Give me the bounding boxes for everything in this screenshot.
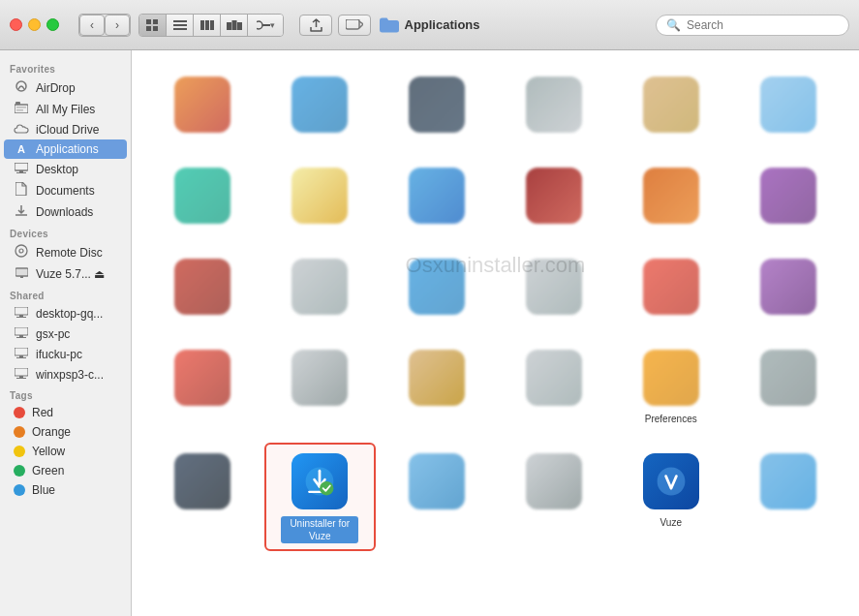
svg-rect-7: [200, 20, 204, 30]
app-item-14[interactable]: [382, 248, 493, 329]
sidebar-item-desktop-gq[interactable]: desktop-gq...: [4, 303, 127, 323]
sidebar-label-documents: Documents: [36, 184, 95, 198]
titlebar: ‹ › ▾: [0, 0, 859, 50]
app-item-26[interactable]: [382, 443, 493, 551]
app-item-24[interactable]: [147, 443, 259, 551]
app-item-5[interactable]: [732, 66, 844, 147]
svg-rect-37: [16, 357, 26, 358]
app-item-16[interactable]: [615, 248, 726, 329]
app-item-13[interactable]: [264, 248, 376, 329]
forward-button[interactable]: ›: [105, 15, 130, 36]
minimize-button[interactable]: [28, 18, 41, 31]
app-item-2[interactable]: [382, 66, 493, 147]
sidebar-item-tag-blue[interactable]: Blue: [4, 480, 127, 500]
sidebar-label-all-my-files: All My Files: [36, 103, 95, 116]
documents-icon: [14, 182, 29, 199]
sidebar-item-applications[interactable]: A Applications: [4, 139, 127, 159]
app-item-20[interactable]: [382, 339, 493, 433]
sidebar-label-orange: Orange: [32, 425, 71, 439]
app-item-19[interactable]: [264, 339, 376, 433]
sidebar-item-winxpsp3[interactable]: winxpsp3-c...: [4, 364, 127, 385]
svg-rect-34: [16, 337, 26, 338]
svg-rect-31: [16, 317, 26, 318]
app-item-17[interactable]: [732, 248, 844, 329]
app-item-28[interactable]: Vuze: [615, 443, 726, 551]
sidebar-item-icloud[interactable]: iCloud Drive: [4, 119, 127, 139]
app-grid: Preferences Uninstaller for Vuze Vuze: [147, 66, 844, 551]
devices-header: Devices: [0, 223, 131, 241]
svg-rect-33: [19, 335, 23, 337]
column-view-button[interactable]: [194, 15, 221, 36]
app-label-28: Vuze: [660, 516, 682, 529]
svg-rect-12: [237, 22, 242, 30]
action-buttons: [299, 15, 371, 36]
sidebar-item-all-my-files[interactable]: All My Files: [4, 99, 127, 119]
app-item-15[interactable]: [499, 248, 610, 329]
app-item-6[interactable]: [147, 157, 259, 238]
app-item-3[interactable]: [499, 66, 610, 147]
app-item-29[interactable]: [732, 443, 844, 551]
svg-rect-22: [19, 170, 23, 172]
sidebar-item-vuze-device[interactable]: Vuze 5.7... ⏏: [4, 263, 127, 285]
sidebar-item-downloads[interactable]: Downloads: [4, 201, 127, 223]
app-icon-25: [289, 450, 351, 512]
sidebar-item-documents[interactable]: Documents: [4, 179, 127, 201]
app-item-9[interactable]: [499, 157, 610, 238]
sidebar-item-remote-disc[interactable]: Remote Disc: [4, 241, 127, 263]
search-input[interactable]: [687, 18, 839, 32]
search-bar[interactable]: 🔍: [656, 15, 849, 36]
app-icon-22: [640, 347, 702, 409]
shared-pc2-icon: [14, 326, 29, 341]
svg-rect-14: [262, 24, 270, 26]
svg-rect-28: [20, 276, 23, 278]
app-icon-14: [406, 256, 468, 318]
sidebar-item-tag-red[interactable]: Red: [4, 403, 127, 422]
share-button[interactable]: [299, 15, 332, 36]
app-icon-6: [171, 165, 233, 227]
sidebar-item-ifucku-pc[interactable]: ifucku-pc: [4, 344, 127, 364]
svg-rect-6: [173, 28, 187, 30]
sidebar-label-winxpsp3: winxpsp3-c...: [36, 368, 104, 382]
app-item-1[interactable]: [264, 66, 376, 147]
sidebar: Favorites AirDrop All My Files iCloud Dr…: [0, 50, 132, 616]
app-icon-4: [640, 74, 702, 136]
sidebar-item-tag-yellow[interactable]: Yellow: [4, 442, 127, 461]
app-item-11[interactable]: [732, 157, 844, 238]
icon-view-button[interactable]: [139, 15, 167, 36]
app-item-7[interactable]: [264, 157, 376, 238]
sidebar-item-tag-green[interactable]: Green: [4, 461, 127, 480]
app-icon-24: [171, 450, 233, 512]
sidebar-item-gsx-pc[interactable]: gsx-pc: [4, 323, 127, 344]
app-item-0[interactable]: [147, 66, 259, 147]
sidebar-label-vuze-device: Vuze 5.7... ⏏: [36, 267, 105, 281]
sidebar-item-tag-orange[interactable]: Orange: [4, 422, 127, 442]
app-icon-17: [757, 256, 819, 318]
svg-rect-11: [231, 20, 236, 30]
close-button[interactable]: [10, 18, 22, 31]
app-item-4[interactable]: [615, 66, 726, 147]
sidebar-item-desktop[interactable]: Desktop: [4, 159, 127, 179]
app-item-25[interactable]: Uninstaller for Vuze: [264, 443, 376, 551]
svg-rect-19: [16, 107, 26, 108]
app-item-27[interactable]: [499, 443, 610, 551]
arrange-dropdown[interactable]: ▾: [248, 15, 283, 36]
tag-button[interactable]: [338, 15, 371, 36]
shared-header: Shared: [0, 285, 131, 303]
app-item-21[interactable]: [499, 339, 610, 433]
app-item-10[interactable]: [615, 157, 726, 238]
coverflow-button[interactable]: [221, 15, 248, 36]
sidebar-label-yellow: Yellow: [32, 445, 65, 458]
app-item-18[interactable]: [147, 339, 259, 433]
maximize-button[interactable]: [46, 18, 59, 31]
back-button[interactable]: ‹: [79, 15, 105, 36]
app-label-22: Preferences: [645, 413, 697, 425]
app-item-8[interactable]: [382, 157, 493, 238]
window-title: Applications: [404, 17, 479, 32]
sidebar-item-airdrop[interactable]: AirDrop: [4, 77, 127, 99]
app-icon-3: [523, 74, 585, 136]
app-item-23[interactable]: [732, 339, 844, 433]
svg-rect-20: [16, 109, 23, 111]
list-view-button[interactable]: [167, 15, 194, 36]
app-item-12[interactable]: [147, 248, 259, 329]
app-item-22[interactable]: Preferences: [615, 339, 726, 433]
